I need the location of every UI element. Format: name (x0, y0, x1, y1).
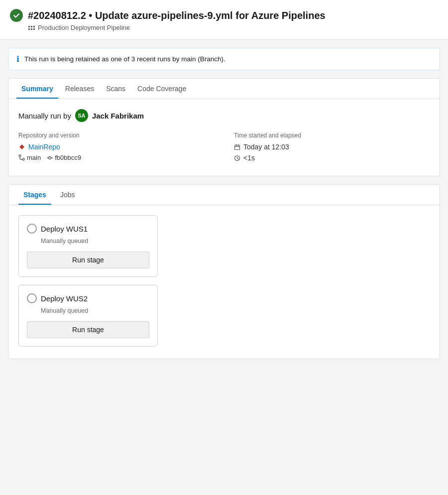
svg-rect-0 (28, 26, 30, 27)
stage-status-wus1: Manually queued (41, 238, 149, 245)
stages-tabs-nav: Stages Jobs (8, 185, 440, 205)
tabs-section: Summary Releases Scans Code Coverage Man… (8, 78, 440, 176)
info-banner: ℹ This run is being retained as one of 3… (8, 48, 440, 70)
svg-rect-11 (235, 145, 240, 149)
branch-commit-row: main fb0bbcc9 (18, 154, 224, 161)
svg-point-8 (49, 156, 51, 159)
meta-grid: Repository and version MainRepo (18, 132, 430, 165)
stage-card-deploy-wus2: Deploy WUS2 Manually queued Run stage (18, 285, 158, 347)
summary-card: Manually run by SA Jack Fabrikam Reposit… (8, 99, 440, 176)
pipeline-icon (28, 24, 35, 31)
branch-item: main (18, 154, 41, 161)
svg-rect-5 (33, 28, 35, 30)
info-icon: ℹ (16, 54, 19, 64)
branch-name: main (27, 154, 41, 161)
tab-jobs[interactable]: Jobs (55, 185, 80, 205)
stage-name-wus2: Deploy WUS2 (41, 294, 88, 303)
tab-scans[interactable]: Scans (101, 79, 130, 99)
pipeline-label-row: Production Deployment Pipeline (28, 24, 438, 31)
tab-releases[interactable]: Releases (60, 79, 99, 99)
avatar: SA (75, 109, 88, 122)
repo-name: MainRepo (28, 143, 60, 151)
page-wrapper: #20240812.2 • Update azure-pipelines-9.y… (0, 0, 448, 495)
run-stage-button-wus1[interactable]: Run stage (27, 251, 149, 268)
success-icon (10, 9, 23, 22)
run-stage-button-wus2[interactable]: Run stage (27, 321, 149, 338)
meta-right: Time started and elapsed Today at 12:03 (224, 132, 430, 165)
tab-summary[interactable]: Summary (16, 79, 58, 99)
repo-section-label: Repository and version (18, 132, 224, 139)
meta-left: Repository and version MainRepo (18, 132, 224, 165)
stage-card-deploy-wus1: Deploy WUS1 Manually queued Run stage (18, 215, 158, 277)
time-started: Today at 12:03 (243, 143, 289, 151)
time-started-row: Today at 12:03 (234, 143, 430, 151)
stage-header-wus2: Deploy WUS2 (27, 293, 149, 303)
info-text: This run is being retained as one of 3 r… (24, 55, 225, 63)
commit-item: fb0bbcc9 (47, 154, 81, 161)
time-section-label: Time started and elapsed (234, 132, 430, 139)
svg-rect-2 (31, 26, 32, 27)
pipeline-name: Production Deployment Pipeline (38, 24, 130, 31)
tab-code-coverage[interactable]: Code Coverage (132, 79, 191, 99)
runner-name: Jack Fabrikam (92, 112, 144, 120)
page-title: #20240812.2 • Update azure-pipelines-9.y… (28, 10, 326, 21)
stage-circle-icon-wus1 (27, 224, 37, 234)
tab-stages[interactable]: Stages (18, 185, 51, 205)
stage-status-wus2: Manually queued (41, 307, 149, 314)
stage-name-wus1: Deploy WUS1 (41, 225, 88, 233)
svg-rect-1 (28, 28, 30, 30)
repo-link[interactable]: MainRepo (18, 143, 224, 151)
manually-run-label: Manually run by (18, 112, 71, 120)
run-title-row: #20240812.2 • Update azure-pipelines-9.y… (10, 9, 438, 22)
svg-rect-4 (33, 26, 35, 27)
tabs-nav: Summary Releases Scans Code Coverage (8, 79, 440, 99)
svg-rect-3 (31, 28, 32, 30)
stage-circle-icon-wus2 (27, 293, 37, 303)
stages-content: Deploy WUS1 Manually queued Run stage De… (8, 215, 440, 347)
stage-header-wus1: Deploy WUS1 (27, 224, 149, 234)
elapsed-time: <1s (243, 154, 255, 162)
stages-section: Stages Jobs Deploy WUS1 Manually queued … (8, 184, 440, 359)
header-section: #20240812.2 • Update azure-pipelines-9.y… (0, 0, 448, 40)
repo-diamond-icon (18, 143, 25, 150)
elapsed-row: <1s (234, 154, 430, 162)
manually-run-row: Manually run by SA Jack Fabrikam (18, 109, 430, 122)
commit-hash: fb0bbcc9 (55, 154, 81, 161)
svg-line-17 (237, 158, 239, 159)
